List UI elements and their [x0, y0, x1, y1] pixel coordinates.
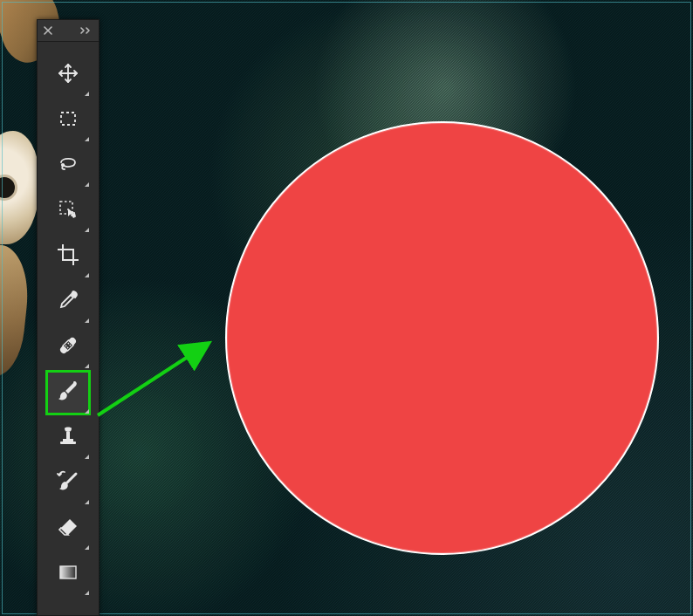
- expand-icon[interactable]: [79, 26, 93, 35]
- flyout-indicator-icon: [85, 364, 89, 368]
- tools-panel-header[interactable]: [38, 20, 99, 42]
- lasso-icon: [56, 152, 80, 180]
- flyout-indicator-icon: [85, 591, 89, 595]
- document-canvas[interactable]: [0, 0, 693, 616]
- eraser-icon: [56, 515, 80, 543]
- bandage-icon: [55, 332, 81, 362]
- move-icon: [56, 61, 80, 89]
- close-icon[interactable]: [43, 25, 53, 36]
- object-select-icon: [56, 197, 80, 225]
- brush-tool[interactable]: [45, 370, 91, 415]
- flyout-indicator-icon: [85, 455, 89, 459]
- gradient-tool[interactable]: [45, 551, 91, 597]
- marquee-icon: [57, 107, 79, 133]
- move-tool[interactable]: [45, 52, 91, 98]
- svg-rect-10: [60, 441, 76, 444]
- clone-stamp-tool[interactable]: [45, 415, 91, 461]
- brush-icon: [55, 378, 81, 407]
- flyout-indicator-icon: [85, 273, 89, 277]
- history-brush-icon: [55, 469, 81, 498]
- history-brush-tool[interactable]: [45, 461, 91, 506]
- flyout-indicator-icon: [85, 137, 89, 141]
- marquee-tool[interactable]: [45, 98, 91, 143]
- gradient-icon: [57, 561, 79, 587]
- lasso-tool[interactable]: [45, 143, 91, 188]
- flyout-indicator-icon: [85, 545, 89, 550]
- crop-icon: [56, 243, 80, 270]
- flyout-indicator-icon: [85, 182, 89, 187]
- flyout-indicator-icon: [85, 409, 89, 414]
- eyedropper-tool[interactable]: [45, 279, 91, 325]
- flyout-indicator-icon: [85, 228, 89, 232]
- eraser-tool[interactable]: [45, 506, 91, 551]
- svg-rect-0: [61, 113, 75, 125]
- crop-tool[interactable]: [45, 234, 91, 279]
- tools-list: [38, 42, 99, 597]
- healing-brush-tool[interactable]: [45, 325, 91, 370]
- eyedropper-icon: [56, 288, 80, 316]
- flyout-indicator-icon: [85, 92, 89, 96]
- svg-point-1: [62, 164, 64, 166]
- object-select-tool[interactable]: [45, 188, 91, 234]
- flyout-indicator-icon: [85, 500, 89, 504]
- brush-size-preview: [225, 121, 659, 555]
- stamp-icon: [56, 424, 80, 452]
- tools-panel[interactable]: [37, 19, 99, 616]
- flyout-indicator-icon: [85, 318, 89, 323]
- svg-rect-11: [60, 566, 76, 578]
